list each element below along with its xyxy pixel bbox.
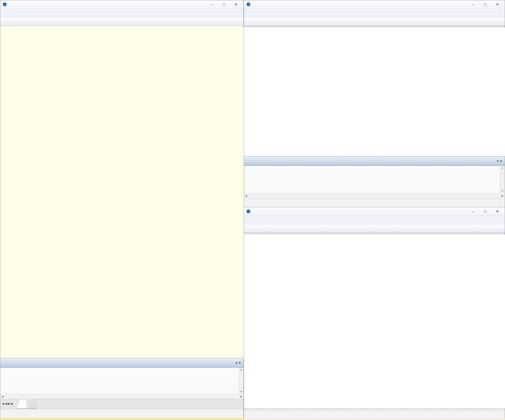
qspice-logo-icon [3,2,7,6]
statusbar [244,410,505,419]
scroll-right-icon[interactable]: ▶ [502,195,503,197]
maximize-button[interactable]: □ [479,209,491,214]
horizontal-scrollbar[interactable]: ◀ ▶ [0,394,243,399]
titlebar[interactable]: – □ ✕ [244,207,505,216]
waveform-plot[interactable] [244,28,505,156]
close-button[interactable]: ✕ [491,209,503,214]
scroll-up-icon[interactable]: ▲ [500,166,505,169]
qspice-logo-icon [246,209,250,213]
tab-scroll-arrows[interactable]: ◀◀▶▶ [0,399,17,405]
scroll-down-icon[interactable]: ▼ [239,390,243,393]
desktop: – □ ✕ ▾ ✕ ▲▼ ◀ ▶ ◀◀▶▶ [0,0,505,420]
output-window-header[interactable]: ▾ ✕ [0,358,243,368]
titlebar[interactable]: – □ ✕ [244,0,505,9]
scroll-up-icon[interactable]: ▲ [239,368,243,371]
scroll-left-icon[interactable]: ◀ [245,195,247,197]
minimize-button[interactable]: – [467,209,479,214]
toolbar [244,18,505,26]
toolbar [0,18,243,26]
close-panel-icon[interactable]: ✕ [238,361,241,365]
scroll-left-icon[interactable]: ◀ [2,395,3,398]
collapse-icon[interactable]: ▾ [497,159,499,163]
toolbar [244,225,505,233]
fft-window: – □ ✕ [244,207,505,418]
tab-post-process[interactable] [27,399,37,409]
scroll-right-icon[interactable]: ▶ [240,395,242,398]
menubar [244,9,505,18]
tab-simulation[interactable] [17,399,27,409]
menubar [0,9,243,18]
measurement-window-header[interactable]: ▾ ✕ [244,156,505,166]
minimize-button[interactable]: – [467,2,479,7]
fft-plot[interactable] [244,235,505,409]
schematic-canvas[interactable] [0,26,244,358]
vertical-scrollbar[interactable]: ▲▼ [239,368,243,394]
vertical-scrollbar[interactable]: ▲▼ [500,166,505,193]
output-window-text[interactable]: ▲▼ [0,368,243,394]
maximize-button[interactable]: □ [479,2,491,7]
schematic-window: – □ ✕ ▾ ✕ ▲▼ ◀ ▶ ◀◀▶▶ [0,0,244,418]
minimize-button[interactable]: – [206,2,218,7]
measurement-text[interactable]: ▲▼ [244,166,505,193]
horizontal-scrollbar[interactable]: ◀ ▶ [244,193,505,198]
menubar [244,216,505,225]
qspice-logo-icon [246,2,250,6]
maximize-button[interactable]: □ [218,2,230,7]
close-button[interactable]: ✕ [491,2,503,7]
statusbar [244,198,505,207]
sheet-tabbar: ◀◀▶▶ [0,399,243,409]
close-button[interactable]: ✕ [230,2,242,7]
waveform-window: – □ ✕ ▾ ✕ ▲▼ ◀ ▶ [244,0,505,207]
close-panel-icon[interactable]: ✕ [500,159,502,163]
collapse-icon[interactable]: ▾ [236,361,237,365]
scroll-down-icon[interactable]: ▼ [500,190,505,192]
titlebar[interactable]: – □ ✕ [0,0,243,9]
statusbar [0,409,243,418]
output-line [3,370,240,375]
